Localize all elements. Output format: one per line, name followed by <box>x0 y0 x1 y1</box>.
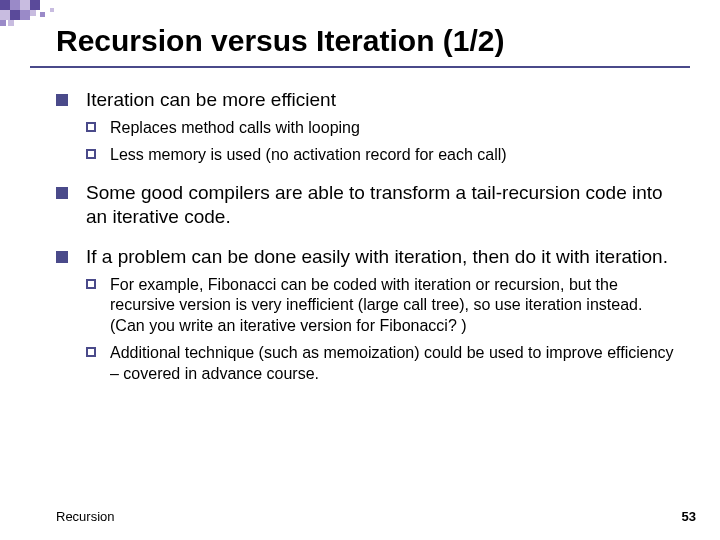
svg-rect-9 <box>0 20 6 26</box>
slide-title: Recursion versus Iteration (1/2) <box>56 24 504 58</box>
bullet-level1: Some good compilers are able to transfor… <box>56 181 676 229</box>
footer-topic: Recursion <box>56 509 115 524</box>
svg-rect-10 <box>8 20 14 26</box>
bullet-text: Some good compilers are able to transfor… <box>86 181 676 229</box>
svg-rect-2 <box>20 0 30 10</box>
square-bullet-icon <box>56 187 68 199</box>
svg-rect-0 <box>0 0 10 10</box>
svg-rect-8 <box>40 12 45 17</box>
bullet-level1: If a problem can be done easily with ite… <box>56 245 676 269</box>
hollow-square-bullet-icon <box>86 149 96 159</box>
square-bullet-icon <box>56 94 68 106</box>
slide-number: 53 <box>682 509 696 524</box>
bullet-text: Iteration can be more efficient <box>86 88 336 112</box>
hollow-square-bullet-icon <box>86 279 96 289</box>
svg-rect-4 <box>0 10 10 20</box>
bullet-text: Less memory is used (no activation recor… <box>110 145 507 166</box>
svg-rect-6 <box>20 10 30 20</box>
bullet-level1: Iteration can be more efficient <box>56 88 676 112</box>
slide-content: Iteration can be more efficient Replaces… <box>56 88 676 401</box>
svg-rect-7 <box>30 10 36 16</box>
bullet-text: If a problem can be done easily with ite… <box>86 245 668 269</box>
hollow-square-bullet-icon <box>86 122 96 132</box>
bullet-level2: For example, Fibonacci can be coded with… <box>86 275 676 337</box>
hollow-square-bullet-icon <box>86 347 96 357</box>
bullet-level2: Replaces method calls with looping <box>86 118 676 139</box>
svg-rect-1 <box>10 0 20 10</box>
bullet-text: Additional technique (such as memoizatio… <box>110 343 676 385</box>
square-bullet-icon <box>56 251 68 263</box>
bullet-level2: Less memory is used (no activation recor… <box>86 145 676 166</box>
bullet-level2: Additional technique (such as memoizatio… <box>86 343 676 385</box>
svg-rect-3 <box>30 0 40 10</box>
title-underline <box>30 66 690 68</box>
svg-rect-5 <box>10 10 20 20</box>
bullet-text: Replaces method calls with looping <box>110 118 360 139</box>
svg-rect-11 <box>50 8 54 12</box>
bullet-text: For example, Fibonacci can be coded with… <box>110 275 676 337</box>
